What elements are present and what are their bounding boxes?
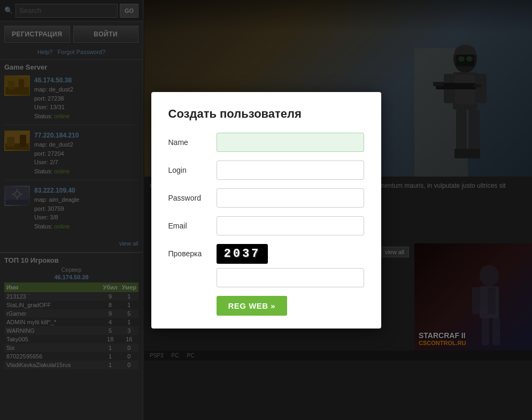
captcha-section: Проверка 2037 (168, 244, 364, 287)
captcha-image: 2037 (217, 244, 268, 264)
login-label: Login (168, 166, 217, 174)
captcha-label: Проверка (168, 249, 217, 258)
password-row: Password (168, 188, 364, 208)
captcha-label-row: Проверка 2037 (168, 244, 364, 264)
registration-modal: Создать пользователя Name Login Password… (151, 92, 381, 329)
login-row: Login (168, 161, 364, 180)
captcha-input-row (168, 268, 364, 287)
reg-web-button[interactable]: REG WEB » (217, 296, 288, 316)
email-label: Email (168, 222, 217, 230)
name-label: Name (168, 138, 217, 147)
modal-title: Создать пользователя (168, 107, 364, 121)
email-input[interactable] (217, 216, 364, 235)
name-row: Name (168, 133, 364, 152)
captcha-input[interactable] (217, 268, 364, 287)
email-row: Email (168, 216, 364, 235)
modal-overlay: Создать пользователя Name Login Password… (0, 0, 532, 420)
password-input[interactable] (217, 188, 364, 208)
password-label: Password (168, 194, 217, 202)
login-input[interactable] (217, 161, 364, 180)
name-input[interactable] (217, 133, 364, 152)
